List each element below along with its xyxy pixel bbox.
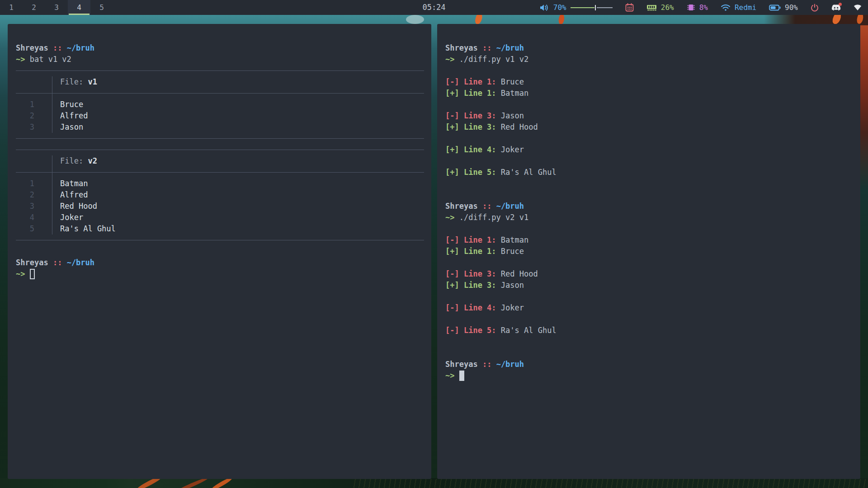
line-number	[16, 76, 52, 88]
power-icon	[811, 4, 819, 12]
line-number: 5	[16, 223, 52, 235]
slider-track-filled	[571, 7, 594, 8]
workspace-item-4[interactable]: 4	[68, 0, 90, 15]
text-segment: Red Hood	[496, 122, 538, 133]
terminal-window-left[interactable]: Shreyas :: ~/bruh~> bat v1 v2File: v11Br…	[8, 24, 431, 479]
power-button[interactable]	[811, 4, 819, 12]
active-workspace-underline	[69, 14, 90, 15]
terminal-line: [-] Line 3: Jason	[445, 110, 853, 122]
terminal-line	[445, 133, 853, 144]
cursor-outline	[30, 269, 35, 279]
workspace-item-5[interactable]: 5	[90, 0, 113, 15]
terminal-line: Shreyas :: ~/bruh	[16, 42, 424, 54]
text-segment: Ra's Al Ghul	[60, 224, 116, 233]
terminal-line: 3Red Hood	[16, 201, 424, 212]
volume-slider[interactable]	[571, 5, 613, 10]
wifi-ssid: Redmi	[735, 0, 756, 15]
terminal-line: ~> bat v1 v2	[16, 54, 424, 65]
workspace-item-3[interactable]: 3	[45, 0, 68, 15]
terminal-line	[445, 155, 853, 167]
workspace-item-2[interactable]: 2	[23, 0, 45, 15]
clock: 05:24	[422, 0, 445, 15]
wallpaper-splotch	[406, 15, 424, 24]
wifi-module[interactable]: Redmi	[721, 0, 756, 15]
text-segment: ::	[482, 201, 491, 212]
discord-tray-item[interactable]	[831, 4, 841, 11]
terminal-line: [+] Line 5: Ra's Al Ghul	[445, 167, 853, 178]
speaker-icon	[539, 4, 549, 12]
network-wifi-icon	[854, 4, 862, 11]
line-number: 1	[16, 178, 52, 189]
slider-handle[interactable]	[595, 5, 596, 10]
line-number: 3	[16, 201, 52, 212]
text-segment: ~/bruh	[496, 42, 524, 54]
line-number: 1	[16, 99, 52, 110]
text-segment	[62, 257, 66, 268]
terminal-line: [+] Line 3: Jason	[445, 280, 853, 291]
terminal-line: ~>	[16, 268, 424, 280]
text-segment	[478, 42, 482, 54]
text-segment: bat v1 v2	[25, 54, 71, 65]
terminal-line: [-] Line 5: Ra's Al Ghul	[445, 325, 853, 336]
text-segment: ::	[53, 42, 62, 54]
text-segment: [-] Line 5:	[445, 325, 496, 336]
text-segment: [+] Line 1:	[445, 88, 496, 99]
text-segment: Jason	[496, 280, 524, 291]
terminal-line: Shreyas :: ~/bruh	[445, 359, 853, 370]
terminal-line	[445, 347, 853, 359]
terminal-window-right[interactable]: Shreyas :: ~/bruh~> ./diff.py v1 v2[-] L…	[437, 24, 860, 479]
cpu-icon	[687, 3, 695, 12]
wallpaper-grass-strip	[0, 478, 868, 488]
text-segment: Red Hood	[496, 268, 538, 280]
memory-module: 26%	[646, 0, 674, 15]
text-segment: Batman	[496, 88, 529, 99]
slider-track-empty	[597, 7, 613, 8]
terminal-line: [+] Line 1: Bruce	[445, 246, 853, 257]
text-segment: Jason	[496, 110, 524, 122]
terminal-line	[16, 133, 424, 144]
bat-line-content: Batman	[52, 178, 88, 189]
text-segment: Batman	[60, 179, 88, 188]
terminal-line	[16, 65, 424, 76]
text-segment: Shreyas	[16, 42, 48, 54]
terminal-line: 1Batman	[16, 178, 424, 189]
terminal-line: [+] Line 1: Batman	[445, 88, 853, 99]
terminal-line	[445, 178, 853, 189]
text-segment: [+] Line 3:	[445, 122, 496, 133]
notification-dot	[839, 3, 842, 6]
text-segment: Alfred	[60, 190, 88, 199]
memory-percent: 26%	[661, 0, 674, 15]
terminal-line: 1Bruce	[16, 99, 424, 110]
terminal-line	[16, 144, 424, 155]
terminal-line	[445, 336, 853, 347]
text-segment: Shreyas	[445, 359, 478, 370]
terminal-line	[445, 257, 853, 268]
text-segment	[25, 268, 29, 280]
text-segment: ~>	[445, 212, 454, 223]
text-segment: Ra's Al Ghul	[496, 325, 557, 336]
text-segment: ::	[482, 359, 491, 370]
text-segment: ~/bruh	[496, 201, 524, 212]
text-segment	[491, 359, 496, 370]
terminal-line	[445, 291, 853, 302]
calendar-module[interactable]	[625, 3, 634, 12]
text-segment: [+] Line 1:	[445, 246, 496, 257]
text-segment	[48, 42, 53, 54]
workspace-item-1[interactable]: 1	[0, 0, 23, 15]
text-segment: Jason	[60, 122, 83, 131]
text-segment: ::	[482, 42, 491, 54]
bat-line-content: Alfred	[52, 189, 88, 201]
text-segment: ~>	[445, 370, 454, 381]
text-segment: Batman	[496, 235, 529, 246]
text-segment: Shreyas	[445, 201, 478, 212]
terminal-line: ~>	[445, 370, 853, 381]
bat-line-content: File: v2	[52, 155, 97, 167]
workspace-switcher: 12345	[0, 0, 113, 15]
text-segment: Bruce	[60, 100, 83, 109]
network-tray-item[interactable]	[854, 4, 862, 11]
volume-module[interactable]: 70%	[539, 0, 613, 15]
status-modules: 70% 26%	[539, 0, 862, 15]
terminal-line: 2Alfred	[16, 110, 424, 122]
text-segment: [-] Line 3:	[445, 268, 496, 280]
text-segment: [-] Line 4:	[445, 302, 496, 314]
